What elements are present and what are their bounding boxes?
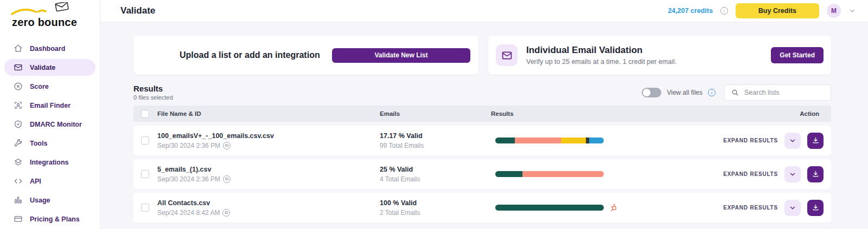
sidebar-item-score[interactable]: Score — [4, 78, 95, 95]
download-icon — [812, 204, 820, 212]
search-lists-box — [724, 84, 831, 101]
credits-info-icon[interactable]: i — [720, 7, 728, 15]
validate-new-list-button[interactable]: Validate New List — [332, 48, 470, 63]
sidebar-item-integrations[interactable]: Integrations — [4, 154, 95, 171]
table-header-row: File Name & ID Emails Results Action — [133, 106, 831, 122]
sidebar-item-label: DMARC Monitor — [30, 121, 82, 128]
results-bar — [495, 171, 604, 177]
logo-wordmark: zero bounce — [12, 16, 77, 29]
expand-results-link[interactable]: EXPAND RESULTS — [723, 205, 778, 211]
total-emails: 2 Total Emails — [380, 209, 491, 217]
hubspot-integration-icon — [609, 203, 618, 212]
sidebar-item-label: Tools — [30, 140, 47, 147]
column-emails: Emails — [380, 110, 491, 117]
main-area: Validate 24,207 credits i Buy Credits M … — [100, 0, 868, 229]
top-header: Validate 24,207 credits i Buy Credits M — [100, 0, 868, 22]
total-emails: 4 Total Emails — [380, 175, 491, 183]
credit-card-icon — [13, 214, 23, 224]
individual-validation-card: Individual Email Validation Verify up to… — [488, 36, 831, 75]
select-all-checkbox[interactable] — [141, 110, 149, 118]
download-icon — [812, 170, 820, 178]
results-table: File Name & ID Emails Results Action 100… — [133, 106, 831, 223]
credits-balance: 24,207 credits — [668, 7, 713, 15]
files-selected-count: 0 files selected — [133, 94, 173, 101]
sidebar-item-label: Dashboard — [30, 45, 65, 53]
home-icon — [13, 44, 23, 54]
layers-icon — [13, 158, 23, 167]
sidebar-item-label: Email Finder — [30, 102, 71, 109]
id-badge-icon[interactable]: ID — [222, 209, 230, 217]
row-expand-chevron-button[interactable] — [784, 166, 801, 182]
sidebar-nav: Dashboard Validate Score Email Finder DM… — [0, 40, 100, 227]
sidebar-item-validate[interactable]: Validate — [4, 59, 95, 76]
row-expand-chevron-button[interactable] — [784, 200, 801, 216]
expand-results-link[interactable]: EXPAND RESULTS — [723, 171, 778, 177]
search-lists-input[interactable] — [744, 89, 824, 96]
upload-list-card: Upload a list or add an integration Vali… — [133, 36, 478, 75]
code-icon — [13, 176, 23, 186]
results-bar — [495, 205, 604, 211]
file-name[interactable]: 100_emailsV+_-_100_emails.csv.csv — [157, 132, 380, 140]
person-scan-icon — [13, 101, 23, 110]
view-all-info-icon[interactable]: i — [708, 89, 716, 96]
table-row: All Contacts.csv Sep/24 2024 8:42 AMID 1… — [133, 193, 831, 223]
expand-results-link[interactable]: EXPAND RESULTS — [723, 138, 778, 143]
file-name[interactable]: 5_emails_(1).csv — [157, 166, 380, 173]
sidebar-item-email-finder[interactable]: Email Finder — [4, 97, 95, 114]
row-checkbox[interactable] — [141, 136, 149, 145]
shield-check-icon — [13, 120, 23, 129]
search-icon — [731, 89, 739, 96]
sidebar-item-label: Integrations — [30, 159, 69, 166]
row-download-button[interactable] — [807, 200, 824, 216]
avatar[interactable]: M — [827, 4, 841, 18]
results-bar — [495, 138, 604, 143]
chevron-down-icon — [789, 204, 796, 212]
valid-percentage: 100 % Valid — [380, 199, 491, 207]
file-name[interactable]: All Contacts.csv — [157, 199, 380, 207]
sidebar-item-label: Pricing & Plans — [30, 215, 80, 223]
download-icon — [812, 136, 820, 145]
id-badge-icon[interactable]: ID — [223, 175, 231, 183]
sidebar-item-api[interactable]: API — [4, 173, 95, 189]
sidebar-item-pricing-plans[interactable]: Pricing & Plans — [4, 211, 95, 227]
sidebar-item-dmarc-monitor[interactable]: DMARC Monitor — [4, 116, 95, 133]
row-download-button[interactable] — [807, 166, 824, 182]
wrench-icon — [13, 139, 23, 148]
content: Upload a list or add an integration Vali… — [100, 22, 868, 223]
email-validation-envelope-icon — [496, 44, 518, 66]
view-all-files-label: View all files — [667, 89, 703, 96]
row-checkbox[interactable] — [141, 204, 149, 212]
file-date: Sep/30 2024 2:36 PMID — [157, 142, 380, 149]
upload-card-title: Upload a list or add an integration — [180, 50, 320, 60]
get-started-button[interactable]: Get Started — [771, 47, 824, 63]
sidebar-item-label: Usage — [30, 197, 50, 204]
sidebar-item-label: API — [30, 178, 41, 185]
zerobounce-logo[interactable]: zero bounce — [0, 0, 100, 34]
individual-validation-title: Individual Email Validation — [526, 45, 676, 56]
row-expand-chevron-button[interactable] — [784, 133, 801, 149]
page-title: Validate — [120, 5, 155, 16]
sidebar-item-label: Validate — [30, 64, 55, 71]
bar-chart-icon — [13, 195, 23, 205]
file-date: Sep/24 2024 8:42 AMID — [157, 209, 380, 217]
buy-credits-button[interactable]: Buy Credits — [736, 3, 819, 18]
sidebar-item-usage[interactable]: Usage — [4, 192, 95, 208]
row-checkbox[interactable] — [141, 170, 149, 178]
table-row: 5_emails_(1).csv Sep/30 2024 2:36 PMID 2… — [133, 159, 831, 189]
row-download-button[interactable] — [807, 133, 824, 149]
sidebar-item-label: Score — [30, 83, 49, 90]
chevron-down-icon — [789, 137, 796, 145]
score-gauge-icon — [13, 82, 23, 91]
sidebar: zero bounce Dashboard Validate Score Ema… — [0, 0, 100, 229]
results-title: Results — [133, 84, 173, 93]
valid-percentage: 25 % Valid — [380, 166, 491, 173]
chevron-down-icon — [789, 171, 796, 178]
valid-percentage: 17.17 % Valid — [380, 132, 491, 140]
sidebar-item-dashboard[interactable]: Dashboard — [4, 40, 95, 57]
id-badge-icon[interactable]: ID — [223, 142, 231, 149]
envelope-icon — [13, 63, 23, 73]
sidebar-item-tools[interactable]: Tools — [4, 135, 95, 152]
view-all-files-toggle[interactable] — [642, 88, 661, 97]
total-emails: 99 Total Emails — [380, 142, 491, 149]
account-chevron-down-icon[interactable] — [848, 7, 856, 15]
